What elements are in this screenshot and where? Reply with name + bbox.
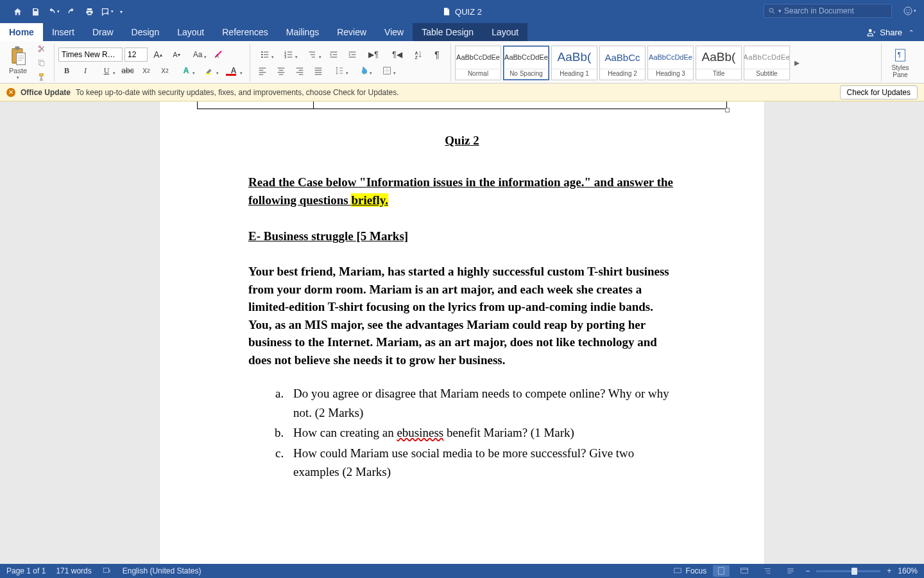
instructions[interactable]: Read the Case below "Information issues … xyxy=(248,173,676,209)
titlebar: ▾ ▾ ▾ QUIZ 2 ▾ Search in Document ▾ xyxy=(0,0,924,23)
check-updates-button[interactable]: Check for Updates xyxy=(840,85,918,100)
tab-table-layout[interactable]: Layout xyxy=(483,23,527,41)
style-subtitle[interactable]: AaBbCcDdEeSubtitle xyxy=(744,46,790,80)
style-heading-3[interactable]: AaBbCcDdEeHeading 3 xyxy=(647,46,694,80)
zoom-slider[interactable] xyxy=(816,570,880,572)
svg-point-2 xyxy=(906,10,907,10)
subscript-button[interactable]: X2 xyxy=(138,64,155,78)
increase-indent-icon[interactable] xyxy=(344,48,361,62)
zoom-out-button[interactable]: − xyxy=(805,566,810,575)
outline-view-icon[interactable] xyxy=(759,565,776,577)
page-indicator[interactable]: Page 1 of 1 xyxy=(6,566,46,575)
question-b[interactable]: How can creating an ebusiness benefit Ma… xyxy=(287,423,676,442)
align-center-icon[interactable] xyxy=(273,64,289,78)
svg-text:Z: Z xyxy=(415,55,418,60)
case-body[interactable]: Your best friend, Mariam, has started a … xyxy=(248,263,676,369)
tab-draw[interactable]: Draw xyxy=(83,23,123,41)
line-spacing-icon[interactable]: ▾ xyxy=(329,64,350,78)
italic-button[interactable]: I xyxy=(77,64,94,78)
tab-design[interactable]: Design xyxy=(123,23,169,41)
copy-icon[interactable] xyxy=(35,57,49,69)
search-input[interactable]: ▾ Search in Document xyxy=(764,4,892,18)
redo-icon[interactable] xyxy=(63,4,80,19)
font-color-icon[interactable]: A▾ xyxy=(223,64,244,78)
show-marks-icon[interactable]: ¶ xyxy=(429,48,445,62)
document-body[interactable]: Quiz 2 Read the Case below "Information … xyxy=(248,134,676,482)
draft-view-icon[interactable] xyxy=(782,565,799,577)
customize-qat-icon[interactable]: ▾ xyxy=(117,4,126,19)
touch-icon[interactable]: ▾ xyxy=(99,4,116,19)
quiz-title[interactable]: Quiz 2 xyxy=(248,134,676,148)
styles-more-icon[interactable]: ▸ xyxy=(792,57,801,69)
tab-layout[interactable]: Layout xyxy=(168,23,213,41)
language-indicator[interactable]: English (United States) xyxy=(123,566,201,575)
page[interactable]: Quiz 2 Read the Case below "Information … xyxy=(160,101,764,564)
style-normal[interactable]: AaBbCcDdEeNormal xyxy=(455,46,501,80)
share-button[interactable]: Share ⌃ xyxy=(862,23,919,41)
text-effects-icon[interactable]: A▾ xyxy=(175,64,197,78)
change-case-icon[interactable]: Aa▾ xyxy=(187,48,209,62)
shrink-font-icon[interactable]: A▾ xyxy=(168,48,185,62)
home-icon[interactable] xyxy=(9,4,26,19)
format-painter-icon[interactable] xyxy=(35,71,49,83)
bold-button[interactable]: B xyxy=(58,64,75,78)
styles-pane-button[interactable]: ¶ Styles Pane xyxy=(886,48,915,78)
question-list[interactable]: Do you agree or disagree that Mariam nee… xyxy=(287,384,676,481)
sort-icon[interactable]: AZ xyxy=(410,48,427,62)
style-heading-2[interactable]: AaBbCcHeading 2 xyxy=(599,46,646,80)
font-size-input[interactable] xyxy=(124,48,148,62)
web-layout-view-icon[interactable] xyxy=(736,565,753,577)
borders-icon[interactable]: ▾ xyxy=(376,64,398,78)
qb-post: benefit Mariam? (1 Mark) xyxy=(443,426,574,439)
style-no-spacing[interactable]: AaBbCcDdEeNo Spacing xyxy=(503,46,549,80)
print-icon[interactable] xyxy=(81,4,98,19)
highlight-icon[interactable]: ▾ xyxy=(199,64,221,78)
print-layout-view-icon[interactable] xyxy=(713,565,730,577)
undo-icon[interactable]: ▾ xyxy=(45,4,62,19)
bullets-icon[interactable]: ▾ xyxy=(254,48,276,62)
zoom-level[interactable]: 160% xyxy=(898,566,918,575)
style-heading-1[interactable]: AaBb(Heading 1 xyxy=(551,46,597,80)
strikethrough-button[interactable]: abc xyxy=(119,64,136,78)
numbering-icon[interactable]: 123▾ xyxy=(278,48,300,62)
tab-mailings[interactable]: Mailings xyxy=(277,23,328,41)
word-count[interactable]: 171 words xyxy=(56,566,91,575)
superscript-button[interactable]: X2 xyxy=(157,64,173,78)
table-bottom-border[interactable] xyxy=(197,101,727,109)
close-notice-icon[interactable]: ✕ xyxy=(6,88,15,97)
decrease-indent-icon[interactable] xyxy=(325,48,342,62)
underline-button[interactable]: U▾ xyxy=(96,64,117,78)
document-canvas[interactable]: Quiz 2 Read the Case below "Information … xyxy=(0,101,924,564)
section-heading[interactable]: E- Business struggle [5 Marks] xyxy=(248,229,676,243)
align-left-icon[interactable] xyxy=(254,64,271,78)
rtl-icon[interactable]: ¶◀ xyxy=(386,48,408,62)
tab-table-design[interactable]: Table Design xyxy=(413,23,483,41)
paste-button[interactable]: Paste ▾ xyxy=(4,46,32,80)
font-name-input[interactable] xyxy=(58,48,123,62)
save-icon[interactable] xyxy=(27,4,44,19)
spellcheck-icon[interactable] xyxy=(102,566,112,575)
style-title[interactable]: AaBb(Title xyxy=(696,46,742,80)
table-resize-handle[interactable] xyxy=(725,108,730,112)
tab-home[interactable]: Home xyxy=(0,23,43,41)
feedback-icon[interactable]: ▾ xyxy=(902,5,916,17)
tab-references[interactable]: References xyxy=(213,23,277,41)
collapse-ribbon-icon[interactable]: ⌃ xyxy=(909,29,914,36)
align-right-icon[interactable] xyxy=(291,64,308,78)
question-c[interactable]: How could Mariam use social media to be … xyxy=(287,444,676,482)
multilevel-list-icon[interactable]: ▾ xyxy=(302,48,323,62)
shading-icon[interactable]: ▾ xyxy=(352,64,374,78)
cut-icon[interactable] xyxy=(35,43,49,55)
ltr-icon[interactable]: ▶¶ xyxy=(363,48,384,62)
clear-formatting-icon[interactable]: A xyxy=(210,48,227,62)
question-a[interactable]: Do you agree or disagree that Mariam nee… xyxy=(287,384,676,422)
tab-insert[interactable]: Insert xyxy=(43,23,83,41)
zoom-in-button[interactable]: + xyxy=(887,566,891,575)
styles-pane-label: Styles Pane xyxy=(886,64,915,78)
grow-font-icon[interactable]: A▴ xyxy=(150,48,166,62)
ribbon: Paste ▾ A▴ A▾ Aa▾ A B I U▾ abc X2 xyxy=(0,41,924,83)
focus-mode[interactable]: Focus xyxy=(673,566,707,575)
justify-icon[interactable] xyxy=(310,64,327,78)
tab-review[interactable]: Review xyxy=(328,23,375,41)
tab-view[interactable]: View xyxy=(375,23,413,41)
